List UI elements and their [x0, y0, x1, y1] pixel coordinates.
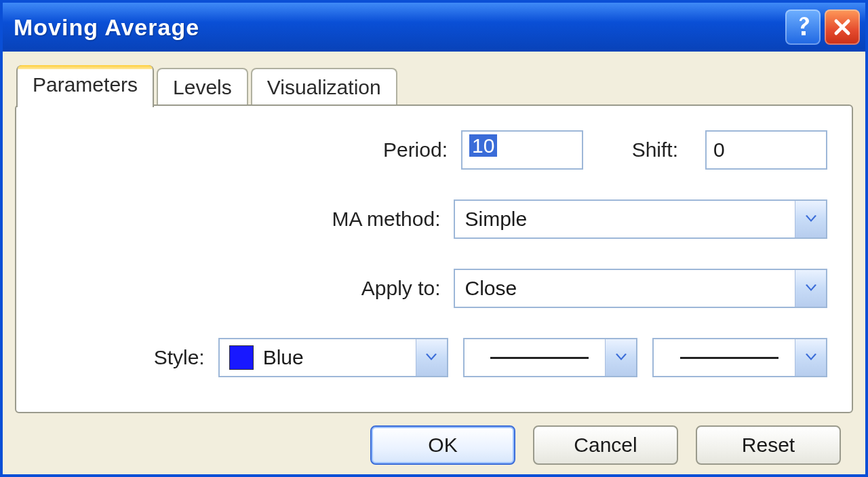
line-style-preview — [474, 357, 606, 359]
line-width-preview — [663, 357, 795, 359]
label-apply-to: Apply to: — [41, 277, 454, 300]
style-width-dropdown[interactable] — [652, 338, 827, 377]
style-color-value: Blue — [263, 346, 416, 369]
chevron-down-icon — [805, 215, 817, 223]
style-color-dropdown[interactable]: Blue — [218, 338, 448, 377]
apply-to-dropdown-button[interactable] — [795, 270, 826, 307]
tab-visualization[interactable]: Visualization — [251, 68, 397, 107]
tab-levels[interactable]: Levels — [157, 68, 248, 107]
client-area: Parameters Levels Visualization Period: … — [3, 52, 865, 474]
row-period-shift: Period: 10 Shift: — [41, 130, 827, 170]
window-title: Moving Average — [14, 14, 781, 41]
ma-method-dropdown-button[interactable] — [795, 201, 826, 237]
titlebar: Moving Average — [3, 3, 865, 52]
chevron-down-icon — [615, 354, 627, 362]
tab-page-parameters: Period: 10 Shift: MA method: Simple — [15, 104, 853, 413]
apply-to-value: Close — [465, 277, 795, 300]
ma-method-dropdown[interactable]: Simple — [454, 199, 827, 239]
label-shift: Shift: — [632, 138, 692, 161]
ok-button[interactable]: OK — [370, 425, 515, 465]
label-period: Period: — [41, 138, 461, 161]
style-width-dropdown-button[interactable] — [795, 339, 826, 376]
row-style: Style: Blue — [41, 338, 827, 377]
style-line-dropdown[interactable] — [463, 338, 638, 377]
button-bar: OK Cancel Reset — [15, 413, 853, 465]
shift-input[interactable] — [705, 130, 827, 170]
label-style: Style: — [41, 346, 218, 369]
row-apply-to: Apply to: Close — [41, 269, 827, 308]
chevron-down-icon — [805, 354, 817, 362]
color-swatch — [229, 345, 254, 370]
close-icon — [833, 18, 852, 37]
period-value: 10 — [469, 134, 497, 157]
apply-to-dropdown[interactable]: Close — [454, 269, 827, 308]
tab-strip: Parameters Levels Visualization — [15, 64, 853, 106]
chevron-down-icon — [425, 354, 437, 362]
dialog-window: Moving Average Parameters Levels Visuali… — [0, 0, 868, 477]
help-icon — [794, 16, 812, 39]
row-ma-method: MA method: Simple — [41, 199, 827, 239]
reset-button[interactable]: Reset — [696, 425, 841, 465]
label-ma-method: MA method: — [41, 208, 454, 231]
style-color-dropdown-button[interactable] — [416, 339, 447, 376]
close-button[interactable] — [825, 9, 860, 45]
help-button[interactable] — [785, 9, 821, 45]
chevron-down-icon — [805, 284, 817, 292]
period-input[interactable]: 10 — [461, 130, 583, 170]
cancel-button[interactable]: Cancel — [533, 425, 678, 465]
style-line-dropdown-button[interactable] — [605, 339, 636, 376]
tab-parameters[interactable]: Parameters — [16, 65, 154, 107]
ma-method-value: Simple — [465, 208, 795, 231]
